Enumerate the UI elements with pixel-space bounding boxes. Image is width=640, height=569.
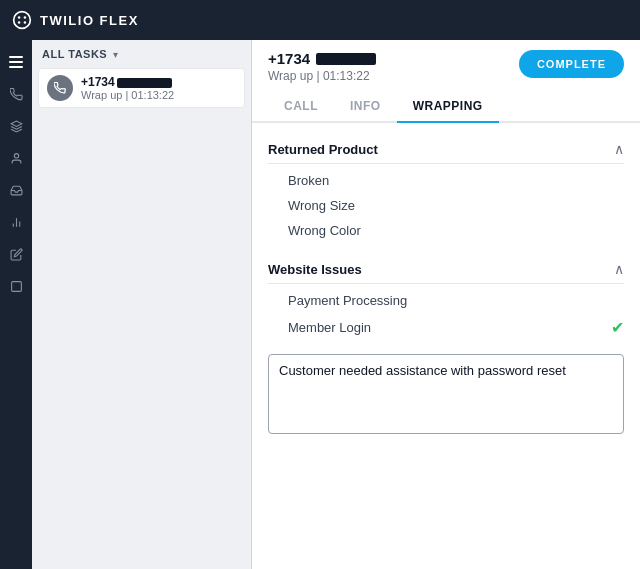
- section-website-issues-header[interactable]: Website Issues ∧: [268, 251, 624, 283]
- complete-button[interactable]: COMPLETE: [519, 50, 624, 78]
- svg-point-1: [18, 16, 20, 19]
- list-item[interactable]: Wrong Size: [288, 193, 624, 218]
- task-item-info: +1734 Wrap up | 01:13:22: [81, 75, 174, 101]
- caller-number-redacted: [316, 53, 376, 65]
- item-wrong-size-label: Wrong Size: [288, 198, 355, 213]
- task-item-number: +1734: [81, 75, 174, 89]
- item-wrong-color-label: Wrong Color: [288, 223, 361, 238]
- svg-point-0: [14, 12, 31, 29]
- task-item-status: Wrap up | 01:13:22: [81, 89, 174, 101]
- item-broken-label: Broken: [288, 173, 329, 188]
- tasks-header-label: ALL TASKS: [42, 48, 107, 60]
- topbar: TWILIO FLEX: [0, 0, 640, 40]
- sidebar-item-inbox[interactable]: [2, 176, 30, 204]
- tasks-panel: ALL TASKS ▾ +1734 Wrap up | 01:13:22: [32, 40, 252, 569]
- svg-marker-8: [11, 121, 22, 126]
- list-item[interactable]: Wrong Color: [288, 218, 624, 243]
- sidebar-item-edit[interactable]: [2, 240, 30, 268]
- wrapping-content: Returned Product ∧ Broken Wrong Size Wro…: [252, 123, 640, 569]
- tasks-header[interactable]: ALL TASKS ▾: [32, 40, 251, 68]
- caller-number: +1734: [268, 50, 376, 67]
- task-number-redacted: [117, 78, 172, 88]
- list-item[interactable]: Member Login ✔: [288, 313, 624, 342]
- svg-rect-6: [9, 61, 23, 63]
- svg-rect-7: [9, 66, 23, 68]
- tab-call[interactable]: CALL: [268, 91, 334, 123]
- tabs: CALL INFO WRAPPING: [252, 91, 640, 123]
- svg-point-4: [24, 21, 27, 24]
- member-login-check-icon: ✔: [611, 318, 624, 337]
- notes-area: Customer needed assistance with password…: [268, 354, 624, 438]
- list-item[interactable]: Payment Processing: [288, 288, 624, 313]
- section-website-issues-items: Payment Processing Member Login ✔: [268, 284, 624, 346]
- tab-info[interactable]: INFO: [334, 91, 397, 123]
- section-website-issues-title: Website Issues: [268, 262, 362, 277]
- sidebar-item-chart[interactable]: [2, 208, 30, 236]
- item-member-login-label: Member Login: [288, 320, 371, 335]
- task-item[interactable]: +1734 Wrap up | 01:13:22: [38, 68, 245, 108]
- sidebar-item-menu[interactable]: [2, 48, 30, 76]
- sidebar-item-layers[interactable]: [2, 112, 30, 140]
- list-item[interactable]: Broken: [288, 168, 624, 193]
- tasks-header-chevron-icon: ▾: [113, 49, 118, 60]
- task-item-call-icon: [47, 75, 73, 101]
- section-website-issues: Website Issues ∧ Payment Processing Memb…: [268, 251, 624, 346]
- svg-point-3: [18, 21, 20, 24]
- notes-textarea[interactable]: Customer needed assistance with password…: [268, 354, 624, 434]
- tab-wrapping[interactable]: WRAPPING: [397, 91, 499, 123]
- svg-point-9: [14, 153, 18, 157]
- content-panel: +1734 Wrap up | 01:13:22 COMPLETE CALL I…: [252, 40, 640, 569]
- svg-rect-13: [11, 281, 21, 291]
- logo: TWILIO FLEX: [12, 10, 139, 30]
- main-layout: ALL TASKS ▾ +1734 Wrap up | 01:13:22 +17: [0, 40, 640, 569]
- svg-rect-5: [9, 56, 23, 58]
- twilio-logo-icon: [12, 10, 32, 30]
- section-returned-product: Returned Product ∧ Broken Wrong Size Wro…: [268, 131, 624, 247]
- section-returned-product-items: Broken Wrong Size Wrong Color: [268, 164, 624, 247]
- sidebar-item-phone[interactable]: [2, 80, 30, 108]
- sidebar-item-square[interactable]: [2, 272, 30, 300]
- section-returned-product-title: Returned Product: [268, 142, 378, 157]
- section-website-issues-chevron-icon: ∧: [614, 261, 624, 277]
- content-header: +1734 Wrap up | 01:13:22 COMPLETE: [252, 40, 640, 83]
- section-returned-product-chevron-icon: ∧: [614, 141, 624, 157]
- svg-point-2: [24, 16, 27, 19]
- section-returned-product-header[interactable]: Returned Product ∧: [268, 131, 624, 163]
- caller-status: Wrap up | 01:13:22: [268, 69, 376, 83]
- caller-info: +1734 Wrap up | 01:13:22: [268, 50, 376, 83]
- icon-sidebar: [0, 40, 32, 569]
- sidebar-item-person[interactable]: [2, 144, 30, 172]
- item-payment-processing-label: Payment Processing: [288, 293, 407, 308]
- app-title: TWILIO FLEX: [40, 13, 139, 28]
